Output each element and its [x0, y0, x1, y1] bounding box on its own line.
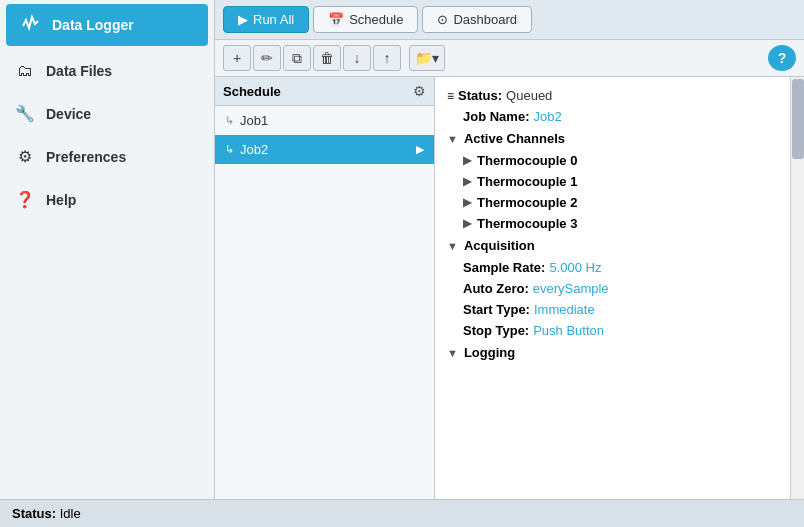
- sample-rate-label: Sample Rate:: [463, 260, 545, 275]
- schedule-icon: 📅: [328, 12, 344, 27]
- sample-rate-value: 5.000 Hz: [549, 260, 601, 275]
- acquisition-label: Acquisition: [464, 238, 535, 253]
- schedule-label: Schedule: [349, 12, 403, 27]
- status-bar-value: Idle: [60, 506, 81, 521]
- job-name-row: Job Name: Job2: [447, 106, 784, 127]
- stop-type-label: Stop Type:: [463, 323, 529, 338]
- sample-rate-row: Sample Rate: 5.000 Hz: [463, 257, 784, 278]
- auto-zero-value: everySample: [533, 281, 609, 296]
- scrollbar-thumb[interactable]: [792, 79, 804, 159]
- channel-thermocouple-1[interactable]: ▶ Thermocouple 1: [463, 171, 784, 192]
- filter-icon: ≡: [447, 89, 454, 103]
- help-icon: ❓: [14, 190, 36, 209]
- logging-header[interactable]: ▼ Logging: [447, 341, 784, 364]
- acquisition-details: Sample Rate: 5.000 Hz Auto Zero: everySa…: [447, 257, 784, 341]
- status-value: Queued: [506, 88, 552, 103]
- job-name-value: Job2: [533, 109, 561, 124]
- dashboard-icon: ⊙: [437, 12, 448, 27]
- job2-arrow-icon: ↳: [225, 143, 234, 156]
- toolbar: + ✏ ⧉ 🗑 ↓ ↑ 📁▾ ?: [215, 40, 804, 77]
- delete-button[interactable]: 🗑: [313, 45, 341, 71]
- help-button[interactable]: ?: [768, 45, 796, 71]
- thermocouple-0-label: Thermocouple 0: [477, 153, 577, 168]
- details-content: ≡ Status: Queued Job Name: Job2 ▼ Acti: [435, 77, 804, 372]
- start-type-label: Start Type:: [463, 302, 530, 317]
- schedule-item-job2[interactable]: ↳ Job2 ▶: [215, 135, 434, 164]
- acquisition-collapse-icon: ▼: [447, 240, 458, 252]
- dashboard-label: Dashboard: [453, 12, 517, 27]
- dashboard-tab[interactable]: ⊙ Dashboard: [422, 6, 532, 33]
- thermocouple-2-expand-icon: ▶: [463, 196, 471, 209]
- sidebar-item-help[interactable]: ❓ Help: [0, 180, 214, 219]
- stop-type-value: Push Button: [533, 323, 604, 338]
- split-area: Schedule ⚙ ↳ Job1 ↳ Job2 ▶: [215, 77, 804, 499]
- data-files-icon: 🗂: [14, 62, 36, 80]
- thermocouple-1-label: Thermocouple 1: [477, 174, 577, 189]
- channel-thermocouple-0[interactable]: ▶ Thermocouple 0: [463, 150, 784, 171]
- run-all-label: Run All: [253, 12, 294, 27]
- logging-label: Logging: [464, 345, 515, 360]
- sidebar-item-data-logger[interactable]: Data Logger: [6, 4, 208, 46]
- edit-button[interactable]: ✏: [253, 45, 281, 71]
- add-button[interactable]: +: [223, 45, 251, 71]
- run-all-icon: ▶: [238, 12, 248, 27]
- schedule-title: Schedule: [223, 84, 281, 99]
- job1-arrow-icon: ↳: [225, 114, 234, 127]
- schedule-item-job1[interactable]: ↳ Job1: [215, 106, 434, 135]
- active-channels-collapse-icon: ▼: [447, 133, 458, 145]
- sidebar: Data Logger 🗂 Data Files 🔧 Device ⚙ Pref…: [0, 0, 215, 499]
- details-scrollbar[interactable]: [790, 77, 804, 499]
- thermocouple-0-expand-icon: ▶: [463, 154, 471, 167]
- job2-play-icon: ▶: [416, 143, 424, 156]
- details-panel: ≡ Status: Queued Job Name: Job2 ▼ Acti: [435, 77, 804, 499]
- schedule-panel: Schedule ⚙ ↳ Job1 ↳ Job2 ▶: [215, 77, 435, 499]
- status-row: ≡ Status: Queued: [447, 85, 784, 106]
- schedule-list: ↳ Job1 ↳ Job2 ▶: [215, 106, 434, 499]
- job1-label: Job1: [240, 113, 268, 128]
- sidebar-label-device: Device: [46, 106, 91, 122]
- status-bar: Status: Idle: [0, 499, 804, 527]
- channels-list: ▶ Thermocouple 0 ▶ Thermocouple 1 ▶ Ther…: [447, 150, 784, 234]
- status-label: Status:: [458, 88, 502, 103]
- schedule-header: Schedule ⚙: [215, 77, 434, 106]
- preferences-icon: ⚙: [14, 147, 36, 166]
- content-area: ▶ Run All 📅 Schedule ⊙ Dashboard + ✏ ⧉ 🗑: [215, 0, 804, 499]
- start-type-value: Immediate: [534, 302, 595, 317]
- device-icon: 🔧: [14, 104, 36, 123]
- logging-collapse-icon: ▼: [447, 347, 458, 359]
- run-all-button[interactable]: ▶ Run All: [223, 6, 309, 33]
- job2-label: Job2: [240, 142, 268, 157]
- thermocouple-3-label: Thermocouple 3: [477, 216, 577, 231]
- auto-zero-label: Auto Zero:: [463, 281, 529, 296]
- schedule-tab[interactable]: 📅 Schedule: [313, 6, 418, 33]
- channel-thermocouple-3[interactable]: ▶ Thermocouple 3: [463, 213, 784, 234]
- acquisition-header[interactable]: ▼ Acquisition: [447, 234, 784, 257]
- active-channels-label: Active Channels: [464, 131, 565, 146]
- thermocouple-2-label: Thermocouple 2: [477, 195, 577, 210]
- status-bar-label: Status:: [12, 506, 56, 521]
- sidebar-label-preferences: Preferences: [46, 149, 126, 165]
- channel-thermocouple-2[interactable]: ▶ Thermocouple 2: [463, 192, 784, 213]
- sidebar-label-data-logger: Data Logger: [52, 17, 134, 33]
- start-type-row: Start Type: Immediate: [463, 299, 784, 320]
- sidebar-label-data-files: Data Files: [46, 63, 112, 79]
- sidebar-item-preferences[interactable]: ⚙ Preferences: [0, 137, 214, 176]
- thermocouple-3-expand-icon: ▶: [463, 217, 471, 230]
- move-down-button[interactable]: ↓: [343, 45, 371, 71]
- active-channels-header[interactable]: ▼ Active Channels: [447, 127, 784, 150]
- schedule-gear-icon[interactable]: ⚙: [413, 83, 426, 99]
- thermocouple-1-expand-icon: ▶: [463, 175, 471, 188]
- sidebar-item-device[interactable]: 🔧 Device: [0, 94, 214, 133]
- top-tabs: ▶ Run All 📅 Schedule ⊙ Dashboard: [215, 0, 804, 40]
- auto-zero-row: Auto Zero: everySample: [463, 278, 784, 299]
- copy-button[interactable]: ⧉: [283, 45, 311, 71]
- data-logger-icon: [20, 14, 42, 36]
- stop-type-row: Stop Type: Push Button: [463, 320, 784, 341]
- job-name-label: Job Name:: [463, 109, 529, 124]
- sidebar-label-help: Help: [46, 192, 76, 208]
- folder-button[interactable]: 📁▾: [409, 45, 445, 71]
- move-up-button[interactable]: ↑: [373, 45, 401, 71]
- sidebar-item-data-files[interactable]: 🗂 Data Files: [0, 52, 214, 90]
